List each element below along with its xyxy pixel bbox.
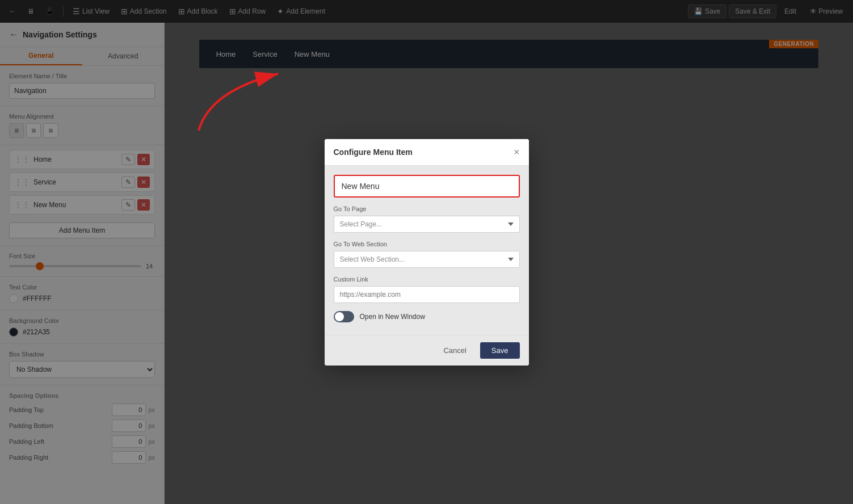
go-to-page-label: Go To Page [334, 205, 520, 212]
modal-header: Configure Menu Item × [325, 139, 529, 166]
custom-link-field: Custom Link [334, 276, 520, 303]
menu-item-name-input[interactable] [335, 176, 519, 196]
modal-overlay: Configure Menu Item × Go To Page Select … [0, 0, 853, 504]
arrow-annotation [165, 45, 312, 148]
configure-menu-modal: Configure Menu Item × Go To Page Select … [325, 139, 529, 366]
modal-cancel-button[interactable]: Cancel [434, 342, 475, 359]
go-to-web-section-field: Go To Web Section Select Web Section... [334, 241, 520, 268]
custom-link-input[interactable] [334, 286, 520, 303]
modal-name-highlight [334, 175, 520, 198]
open-new-window-label: Open in New Window [360, 313, 425, 321]
modal-body: Go To Page Select Page... Go To Web Sect… [325, 166, 529, 335]
toggle-knob [335, 312, 344, 321]
open-new-window-row: Open in New Window [334, 311, 520, 322]
modal-footer: Cancel Save [325, 335, 529, 366]
custom-link-label: Custom Link [334, 276, 520, 283]
go-to-page-field: Go To Page Select Page... [334, 205, 520, 233]
close-icon: × [514, 146, 520, 158]
modal-title: Configure Menu Item [334, 148, 413, 157]
go-to-web-section-select[interactable]: Select Web Section... [334, 251, 520, 268]
open-new-window-toggle[interactable] [334, 311, 354, 322]
modal-save-button[interactable]: Save [480, 342, 520, 359]
modal-close-button[interactable]: × [514, 147, 520, 157]
go-to-web-section-label: Go To Web Section [334, 241, 520, 247]
go-to-page-select[interactable]: Select Page... [334, 216, 520, 233]
